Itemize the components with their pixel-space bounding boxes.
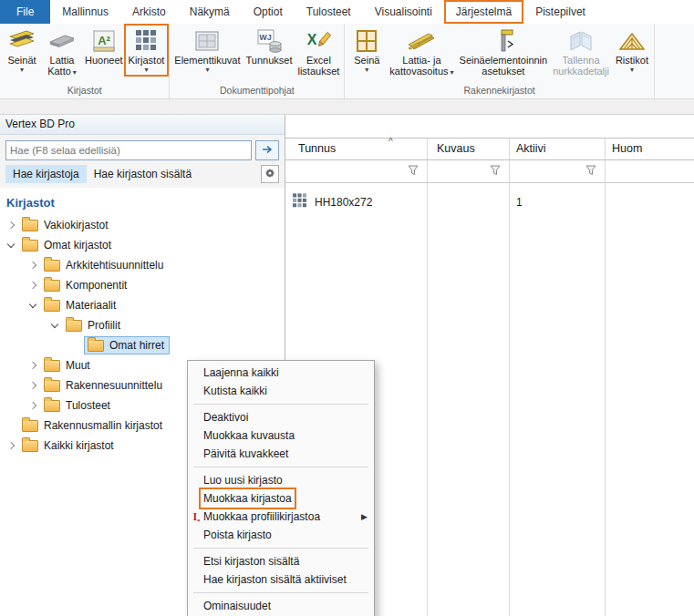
column-header-kuvaus[interactable]: Kuvaus xyxy=(427,139,509,159)
tree-item-omat-kirjastot[interactable]: Omat kirjastot xyxy=(0,235,285,255)
column-divider[interactable] xyxy=(427,139,428,616)
folder-icon xyxy=(44,280,60,292)
chevron-right-icon[interactable] xyxy=(4,222,18,228)
tree-item-materiaalit[interactable]: Materiaalit xyxy=(0,295,285,315)
ribbon-button-label: Huoneet xyxy=(85,55,123,66)
chevron-down-icon[interactable] xyxy=(26,303,40,307)
ribbon-button-seina[interactable]: Seinä ▾ xyxy=(347,26,387,75)
search-input[interactable] xyxy=(5,140,252,160)
menu-item-kutista-kaikki[interactable]: Kutista kaikki xyxy=(188,382,374,400)
filter-funnel-icon[interactable] xyxy=(408,163,420,180)
tab-visualisointi[interactable]: Visualisointi xyxy=(363,0,444,24)
ribbon-button-label: Excel xyxy=(306,55,331,66)
tree-item-label: Tulosteet xyxy=(66,399,110,412)
column-header-aktiivi[interactable]: Aktiivi xyxy=(509,139,605,159)
ribbon-button-kirjastot[interactable]: Kirjastot ▾ xyxy=(126,26,168,75)
ribbon-group-label: Dokumenttipohjat xyxy=(170,85,344,98)
dropdown-arrow-icon: ▾ xyxy=(451,68,454,77)
menu-item-deaktivoi[interactable]: Deaktivoi xyxy=(188,408,374,426)
dropdown-arrow-icon: ▾ xyxy=(205,66,209,74)
ribbon-button-seinat[interactable]: Seinät ▾ xyxy=(2,26,42,75)
filter-funnel-icon[interactable] xyxy=(490,163,502,180)
ribbon-button-huoneet[interactable]: A² Huoneet xyxy=(82,26,126,67)
ribbon-button-tunnukset[interactable]: WJ Tunnukset xyxy=(243,26,295,67)
libraries-grid-icon xyxy=(133,27,159,55)
tab-optiot[interactable]: Optiot xyxy=(242,0,295,24)
tab-tulosteet[interactable]: Tulosteet xyxy=(295,0,363,24)
tab-hae-kirjaston-sisalta[interactable]: Hae kirjaston sisältä xyxy=(87,165,199,183)
tab-hae-kirjastoja[interactable]: Hae kirjastoja xyxy=(5,165,87,183)
folder-icon xyxy=(44,380,60,392)
menu-item-ominaisuudet[interactable]: Ominaisuudet xyxy=(188,597,374,615)
menu-item-paivita-kuvakkeet[interactable]: Päivitä kuvakkeet xyxy=(188,445,374,463)
ribbon-button-label: Elementtikuvat xyxy=(174,55,240,66)
chevron-down-icon[interactable] xyxy=(47,323,62,327)
ribbon-button-lattia-ja-kattovasoitus[interactable]: Lattia- ja kattovasoitus▾ xyxy=(387,26,456,77)
tree-item-profiilit[interactable]: Profiilit xyxy=(0,315,285,335)
table-header-row: Tunnus ^ Kuvaus Aktiivi Huom xyxy=(285,139,694,160)
tab-file[interactable]: File xyxy=(0,0,50,24)
tree-item-omat-hirret[interactable]: Omat hirret xyxy=(0,335,285,355)
dropdown-arrow-icon: ▾ xyxy=(144,66,148,74)
element-drawings-icon xyxy=(193,27,221,55)
ribbon-button-excel-listaukset[interactable]: X Excel listaukset xyxy=(295,26,342,77)
settings-gear-button[interactable] xyxy=(261,165,279,183)
chevron-right-icon[interactable] xyxy=(26,363,40,368)
menu-item-laajenna-kaikki[interactable]: Laajenna kaikki xyxy=(188,364,374,382)
chevron-right-icon[interactable] xyxy=(26,403,40,408)
column-header-huom[interactable]: Huom xyxy=(605,139,694,159)
ribbon-button-elementtikuvat[interactable]: Elementtikuvat ▾ xyxy=(171,26,243,75)
tab-jarjestelma[interactable]: Järjestelmä xyxy=(444,0,523,24)
chevron-right-icon[interactable] xyxy=(26,262,40,268)
menu-separator xyxy=(193,592,368,593)
trusses-icon xyxy=(618,27,646,55)
tab-arkisto[interactable]: Arkisto xyxy=(120,0,178,24)
ribbon-button-lattia-katto[interactable]: Lattia Katto▾ xyxy=(42,26,82,77)
folder-icon xyxy=(22,240,38,252)
search-row xyxy=(5,140,279,160)
menu-separator xyxy=(193,467,368,467)
gear-icon xyxy=(264,168,275,181)
dropdown-arrow-icon: ▾ xyxy=(73,68,77,77)
folder-icon xyxy=(88,340,104,352)
chevron-down-icon[interactable] xyxy=(4,243,18,247)
ribbon-button-ristikot[interactable]: Ristikot ▾ xyxy=(612,26,652,75)
table-filter-row xyxy=(285,160,694,183)
search-go-button[interactable] xyxy=(255,140,279,160)
chevron-right-icon[interactable] xyxy=(26,282,40,288)
context-menu: Laajenna kaikki Kutista kaikki Deaktivoi… xyxy=(187,360,375,616)
menu-item-hae-kirjaston-sisalta-aktiiviset[interactable]: Hae kirjaston sisältä aktiiviset xyxy=(188,570,374,589)
menu-item-etsi-kirjaston-sisalta[interactable]: Etsi kirjaston sisältä xyxy=(188,552,374,570)
menu-item-poista-kirjasto[interactable]: Poista kirjasto xyxy=(188,526,374,544)
menu-item-muokkaa-profiilikirjastoa[interactable]: I* Muokkaa profiilikirjastoa ▶ xyxy=(188,508,374,526)
chevron-right-icon[interactable] xyxy=(26,383,40,388)
tab-pistepilvet[interactable]: Pistepilvet xyxy=(523,0,597,24)
column-divider[interactable] xyxy=(509,139,510,616)
sort-ascending-icon: ^ xyxy=(388,137,393,147)
tree-heading: Kirjastot xyxy=(0,190,285,215)
tab-nakyma[interactable]: Näkymä xyxy=(178,0,242,24)
menu-item-luo-uusi-kirjasto[interactable]: Luo uusi kirjasto xyxy=(188,471,374,489)
ribbon-button-seinaelementoinnin-asetukset[interactable]: Seinäelementoinnin asetukset xyxy=(457,26,551,77)
folder-icon xyxy=(66,320,82,332)
ribbon-button-tallenna-nurkkadetalji: Tallenna nurkkadetalji xyxy=(550,26,612,77)
tree-item-label: Komponentit xyxy=(66,279,127,292)
menu-item-muokkaa-kirjastoa[interactable]: Muokkaa kirjastoa xyxy=(188,489,374,508)
dropdown-arrow-icon: ▾ xyxy=(630,66,634,74)
svg-text:WJ: WJ xyxy=(259,33,272,42)
tree-item-vakiokirjastot[interactable]: Vakiokirjastot xyxy=(0,215,285,235)
wall-layers-icon xyxy=(8,27,36,55)
chevron-right-icon[interactable] xyxy=(4,443,18,448)
tree-item-label: Rakennusmallin kirjastot xyxy=(44,419,162,432)
filter-funnel-icon[interactable] xyxy=(585,163,597,180)
menu-item-muokkaa-kuvausta[interactable]: Muokkaa kuvausta xyxy=(188,426,374,445)
tree-item-komponentit[interactable]: Komponentit xyxy=(0,275,285,295)
column-header-tunnus[interactable]: Tunnus ^ xyxy=(285,139,427,159)
column-divider[interactable] xyxy=(605,139,606,616)
tab-mallinnus[interactable]: Mallinnus xyxy=(50,0,120,24)
folder-icon xyxy=(22,420,38,432)
tree-item-label: Materiaalit xyxy=(66,299,116,312)
tree-item-arkkitehtisuunnittelu[interactable]: Arkkitehtisuunnittelu xyxy=(0,255,285,275)
table-row-hh180x272[interactable]: HH180x272 1 xyxy=(285,189,694,216)
filter-cell-huom xyxy=(605,160,694,182)
